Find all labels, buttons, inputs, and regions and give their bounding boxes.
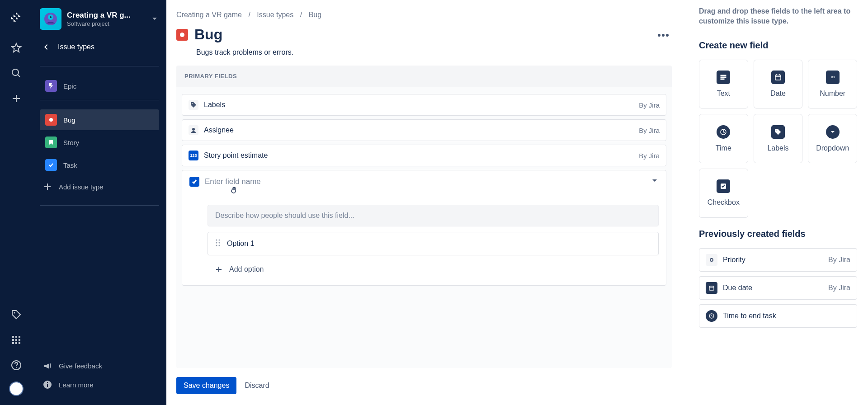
svg-point-27 bbox=[192, 128, 195, 131]
drag-handle-icon[interactable] bbox=[215, 239, 221, 249]
sidebar-item-label: Epic bbox=[63, 82, 76, 90]
save-button[interactable]: Save changes bbox=[176, 377, 236, 394]
sidebar-item-story[interactable]: Story bbox=[40, 132, 159, 153]
svg-point-29 bbox=[219, 240, 220, 241]
field-label: Story point estimate bbox=[204, 151, 268, 160]
feedback-label: Give feedback bbox=[59, 362, 102, 370]
discard-button[interactable]: Discard bbox=[245, 381, 269, 390]
tile-checkbox[interactable]: Checkbox bbox=[699, 169, 748, 218]
time-icon bbox=[706, 310, 717, 322]
labels-icon bbox=[189, 100, 198, 110]
svg-rect-8 bbox=[12, 339, 14, 341]
help-icon[interactable] bbox=[7, 356, 25, 374]
breadcrumb-issue-types[interactable]: Issue types bbox=[257, 11, 293, 19]
svg-rect-12 bbox=[15, 342, 17, 344]
field-palette: Drag and drop these fields to the left a… bbox=[688, 0, 868, 405]
field-row-story-points[interactable]: 123 Story point estimate By Jira bbox=[182, 145, 666, 166]
svg-rect-45 bbox=[709, 286, 714, 290]
breadcrumb-current[interactable]: Bug bbox=[309, 11, 321, 19]
svg-point-15 bbox=[16, 367, 17, 368]
tile-dropdown[interactable]: Dropdown bbox=[808, 114, 857, 163]
primary-fields-label: PRIMARY FIELDS bbox=[176, 66, 672, 87]
tile-labels[interactable]: Labels bbox=[754, 114, 803, 163]
avatar[interactable] bbox=[9, 381, 24, 396]
apps-icon[interactable] bbox=[7, 331, 25, 349]
svg-rect-34 bbox=[721, 75, 726, 76]
add-issue-type[interactable]: Add issue type bbox=[40, 177, 159, 196]
previously-created-heading: Previously created fields bbox=[699, 229, 857, 239]
dropdown-icon bbox=[826, 125, 840, 139]
tile-text[interactable]: Text bbox=[699, 60, 748, 109]
project-title: Creating a VR g... bbox=[67, 11, 131, 20]
svg-rect-11 bbox=[12, 342, 14, 344]
project-avatar bbox=[40, 8, 61, 30]
expand-toggle[interactable] bbox=[651, 177, 659, 187]
prev-field-time-to-end[interactable]: Time to end task bbox=[699, 304, 857, 328]
breadcrumb: Creating a VR game / Issue types / Bug bbox=[176, 11, 672, 19]
svg-point-31 bbox=[219, 242, 220, 244]
tag-icon[interactable] bbox=[7, 306, 25, 324]
epic-icon bbox=[45, 80, 57, 92]
create-icon[interactable] bbox=[7, 89, 25, 108]
more-actions-button[interactable] bbox=[655, 28, 672, 42]
bug-icon bbox=[45, 114, 57, 126]
project-header[interactable]: Creating a VR g... Software project bbox=[40, 8, 159, 30]
svg-point-4 bbox=[14, 312, 15, 314]
add-option-label: Add option bbox=[229, 265, 264, 273]
labels-icon bbox=[771, 125, 785, 139]
svg-point-23 bbox=[658, 34, 660, 37]
field-description-input[interactable] bbox=[208, 205, 658, 226]
jira-logo[interactable] bbox=[7, 8, 25, 26]
prev-field-label: Due date bbox=[723, 284, 752, 292]
star-icon[interactable] bbox=[7, 39, 25, 57]
field-source: By Jira bbox=[639, 101, 660, 109]
grab-cursor-icon bbox=[230, 186, 672, 197]
svg-rect-21 bbox=[47, 384, 48, 387]
project-switcher-caret[interactable] bbox=[150, 14, 159, 24]
learn-more-label: Learn more bbox=[59, 381, 94, 389]
tile-label: Text bbox=[717, 89, 730, 98]
search-icon[interactable] bbox=[7, 64, 25, 82]
tile-label: Checkbox bbox=[708, 198, 740, 207]
option-row[interactable]: Option 1 bbox=[208, 232, 659, 255]
checkbox-icon bbox=[189, 177, 199, 187]
sidebar-item-task[interactable]: Task bbox=[40, 155, 159, 175]
back-to-issue-types[interactable]: Issue types bbox=[40, 42, 159, 52]
sidebar-item-label: Story bbox=[63, 139, 79, 146]
tile-number[interactable]: 123 Number bbox=[808, 60, 857, 109]
prev-field-label: Priority bbox=[723, 256, 745, 264]
global-nav-rail bbox=[0, 0, 33, 405]
field-row-labels[interactable]: Labels By Jira bbox=[182, 94, 666, 116]
svg-rect-13 bbox=[19, 342, 20, 344]
tile-label: Date bbox=[770, 89, 786, 98]
tile-time[interactable]: Time bbox=[699, 114, 748, 163]
svg-point-28 bbox=[216, 240, 217, 241]
field-row-assignee[interactable]: Assignee By Jira bbox=[182, 119, 666, 141]
prev-field-label: Time to end task bbox=[723, 312, 776, 320]
field-source: By Jira bbox=[639, 152, 660, 160]
prev-field-priority[interactable]: Priority By Jira bbox=[699, 248, 857, 272]
sidebar-item-epic[interactable]: Epic bbox=[40, 75, 159, 96]
tile-label: Labels bbox=[767, 144, 788, 152]
back-label: Issue types bbox=[58, 43, 94, 51]
svg-point-25 bbox=[666, 34, 669, 37]
sidebar-item-bug[interactable]: Bug bbox=[40, 109, 159, 130]
breadcrumb-project[interactable]: Creating a VR game bbox=[176, 11, 242, 19]
give-feedback-link[interactable]: Give feedback bbox=[40, 356, 159, 375]
text-icon bbox=[717, 71, 730, 84]
svg-rect-7 bbox=[19, 336, 20, 338]
field-label: Assignee bbox=[204, 126, 234, 134]
tile-date[interactable]: Date bbox=[754, 60, 803, 109]
bug-type-icon bbox=[176, 29, 188, 41]
date-icon bbox=[771, 71, 785, 84]
field-name-input[interactable] bbox=[205, 177, 645, 186]
prev-field-due-date[interactable]: Due date By Jira bbox=[699, 276, 857, 300]
svg-rect-5 bbox=[12, 336, 14, 338]
add-option-button[interactable]: Add option bbox=[208, 260, 659, 279]
time-icon bbox=[717, 125, 730, 139]
number-icon: 123 bbox=[189, 151, 198, 160]
svg-point-26 bbox=[192, 103, 193, 104]
learn-more-link[interactable]: Learn more bbox=[40, 375, 159, 394]
svg-rect-36 bbox=[721, 79, 724, 80]
main-content: Creating a VR game / Issue types / Bug B… bbox=[166, 0, 688, 405]
